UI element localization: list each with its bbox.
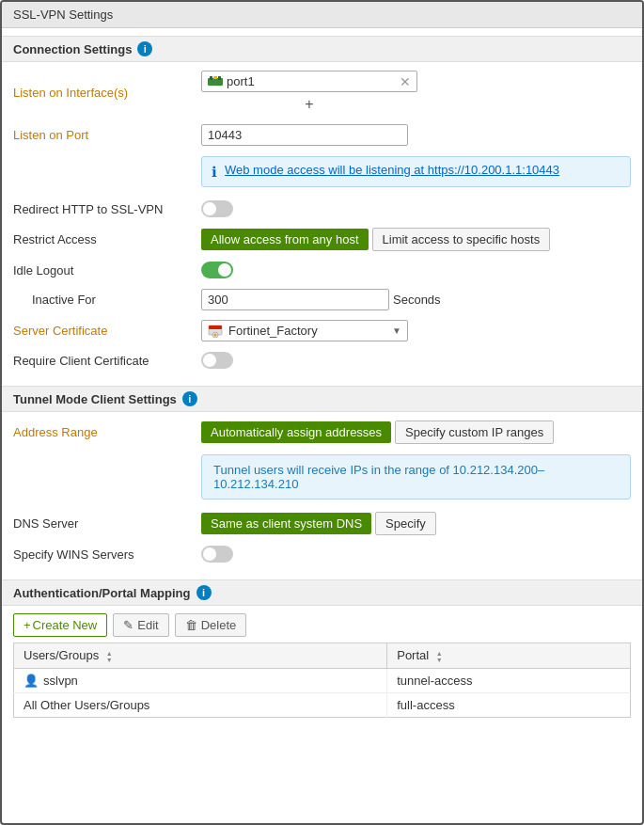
col-users-header[interactable]: Users/Groups	[14, 643, 387, 669]
restrict-access-row: Restrict Access Allow access from any ho…	[13, 223, 631, 256]
specify-wins-label: Specify WINS Servers	[13, 547, 201, 562]
redirect-http-row: Redirect HTTP to SSL-VPN	[13, 195, 631, 223]
col-users-sort-icon	[106, 650, 113, 663]
tunnel-settings-header: Tunnel Mode Client Settings i	[2, 386, 642, 412]
svg-point-7	[214, 333, 217, 336]
table-cell-user: All Other Users/Groups	[14, 692, 387, 717]
svg-rect-3	[213, 76, 217, 79]
user-value: sslvpn	[43, 674, 78, 688]
col-portal-label: Portal	[397, 648, 429, 662]
listen-interface-row: Listen on Interface(s)	[13, 66, 631, 119]
create-new-plus-icon: +	[24, 618, 31, 632]
edit-pencil-icon: ✎	[123, 618, 134, 632]
remove-interface-btn[interactable]: ✕	[400, 75, 411, 88]
tunnel-info-row: Tunnel users will receive IPs in the ran…	[13, 449, 631, 507]
col-users-label: Users/Groups	[24, 648, 99, 662]
create-new-button[interactable]: + Create New	[13, 613, 107, 637]
address-range-label: Address Range	[13, 425, 201, 439]
specify-custom-btn[interactable]: Specify custom IP ranges	[395, 420, 554, 444]
listen-port-row: Listen on Port 10443	[13, 119, 631, 151]
server-cert-controls: Fortinet_Factory ▼	[201, 320, 631, 341]
svg-rect-1	[210, 76, 212, 80]
tunnel-info-area: Tunnel users will receive IPs in the ran…	[201, 452, 631, 503]
tunnel-settings-label: Tunnel Mode Client Settings	[13, 392, 177, 406]
web-mode-info-row: ℹ Web mode access will be listening at h…	[13, 151, 631, 195]
auth-portal-section: + Create New ✎ Edit 🗑 Delete Users/Group…	[2, 606, 642, 725]
listen-interface-controls: port1 ✕ +	[201, 71, 631, 115]
interface-name: port1	[227, 74, 255, 88]
same-dns-btn[interactable]: Same as client system DNS	[201, 513, 371, 534]
inactive-for-label: Inactive For	[13, 293, 201, 307]
auth-portal-header: Authentication/Portal Mapping i	[2, 579, 642, 606]
listen-port-label: Listen on Port	[13, 128, 201, 142]
auth-portal-label: Authentication/Portal Mapping	[13, 586, 191, 600]
col-portal-header[interactable]: Portal	[387, 643, 631, 669]
specify-wins-row: Specify WINS Servers	[13, 540, 631, 568]
auto-assign-btn[interactable]: Automatically assign addresses	[201, 421, 391, 443]
redirect-http-controls	[201, 200, 631, 217]
user-icon: 👤	[24, 674, 39, 688]
redirect-http-label: Redirect HTTP to SSL-VPN	[13, 202, 201, 216]
restrict-access-controls: Allow access from any host Limit access …	[201, 228, 631, 251]
tunnel-settings-info-icon[interactable]: i	[182, 391, 197, 406]
dns-server-label: DNS Server	[13, 516, 201, 531]
specify-dns-btn[interactable]: Specify	[375, 512, 436, 535]
idle-logout-label: Idle Logout	[13, 263, 201, 278]
web-mode-link[interactable]: Web mode access will be listening at htt…	[225, 163, 559, 177]
redirect-http-toggle[interactable]	[201, 200, 233, 217]
limit-hosts-btn[interactable]: Limit access to specific hosts	[372, 228, 551, 251]
table-row[interactable]: 👤sslvpntunnel-access	[14, 668, 631, 692]
delete-button[interactable]: 🗑 Delete	[175, 613, 247, 637]
tunnel-info-box: Tunnel users will receive IPs in the ran…	[201, 454, 631, 500]
inactive-for-row: Inactive For 300 Seconds	[13, 284, 631, 315]
idle-logout-row: Idle Logout	[13, 256, 631, 284]
inactive-for-controls: 300 Seconds	[201, 289, 631, 310]
table-cell-portal: full-access	[387, 692, 631, 717]
table-row[interactable]: All Other Users/Groupsfull-access	[14, 692, 631, 717]
inactive-for-input[interactable]: 300	[201, 289, 389, 310]
web-mode-info-icon: ℹ	[212, 164, 217, 181]
require-client-cert-label: Require Client Certificate	[13, 354, 201, 368]
delete-trash-icon: 🗑	[185, 618, 197, 632]
listen-port-controls: 10443	[201, 124, 631, 146]
server-cert-row: Server Certificate Fortinet_Factory	[13, 315, 631, 346]
add-interface-plus[interactable]: +	[305, 96, 313, 113]
specify-wins-controls	[201, 546, 631, 563]
listen-interface-label: Listen on Interface(s)	[13, 86, 201, 100]
edit-label: Edit	[137, 618, 158, 632]
listen-port-input[interactable]: 10443	[201, 124, 408, 146]
interface-box[interactable]: port1 ✕	[201, 71, 417, 92]
add-interface-row: +	[201, 94, 417, 115]
tunnel-settings-form: Address Range Automatically assign addre…	[2, 412, 642, 572]
server-cert-value: Fortinet_Factory	[228, 324, 318, 338]
cert-icon	[208, 325, 223, 338]
table-cell-portal: tunnel-access	[387, 668, 631, 692]
table-header-row: Users/Groups Portal	[14, 643, 631, 669]
dns-server-controls: Same as client system DNS Specify	[201, 512, 631, 535]
restrict-access-label: Restrict Access	[13, 232, 201, 246]
web-mode-info-area: ℹ Web mode access will be listening at h…	[201, 154, 631, 191]
create-new-label: Create New	[33, 618, 98, 632]
delete-label: Delete	[201, 618, 237, 632]
server-cert-chevron: ▼	[392, 325, 401, 336]
require-client-cert-row: Require Client Certificate	[13, 346, 631, 374]
server-cert-dropdown[interactable]: Fortinet_Factory ▼	[201, 320, 408, 341]
server-cert-label: Server Certificate	[13, 324, 201, 338]
web-mode-info-text: Web mode access will be listening at htt…	[225, 163, 559, 177]
allow-any-host-btn[interactable]: Allow access from any host	[201, 229, 369, 250]
col-portal-sort-icon	[436, 650, 443, 663]
idle-logout-toggle[interactable]	[201, 262, 233, 278]
dns-server-row: DNS Server Same as client system DNS Spe…	[13, 507, 631, 540]
edit-button[interactable]: ✎ Edit	[113, 613, 168, 637]
connection-settings-form: Listen on Interface(s)	[2, 62, 642, 378]
specify-wins-toggle[interactable]	[201, 546, 233, 563]
connection-settings-label: Connection Settings	[13, 42, 132, 56]
inactive-for-unit: Seconds	[393, 293, 441, 307]
require-client-cert-toggle[interactable]	[201, 352, 233, 369]
require-client-cert-controls	[201, 352, 631, 369]
port-icon	[208, 76, 223, 87]
auth-portal-info-icon[interactable]: i	[196, 585, 212, 600]
web-mode-info-box: ℹ Web mode access will be listening at h…	[201, 156, 631, 187]
connection-settings-info-icon[interactable]: i	[137, 41, 152, 56]
address-range-controls: Automatically assign addresses Specify c…	[201, 420, 631, 444]
